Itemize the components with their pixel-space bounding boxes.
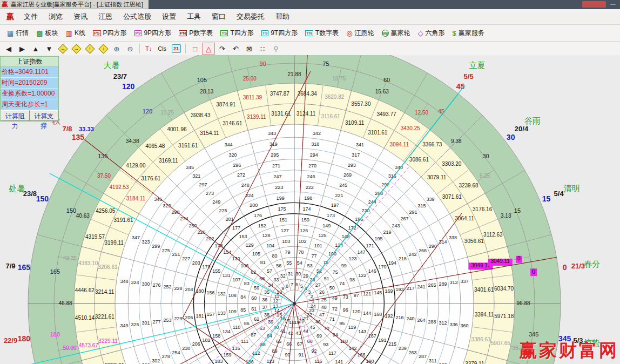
svg-text:288: 288 (428, 319, 436, 325)
toolbar-item-9t-square[interactable]: T99T四方形 (258, 26, 301, 40)
toolbar-item-p-table[interactable]: PNP数字表 (175, 26, 217, 40)
toolbar-item-label: 9T四方形 (271, 29, 298, 38)
svg-text:150: 150 (301, 217, 309, 223)
svg-text:276: 276 (152, 282, 160, 288)
menu-item-trade[interactable]: 交易委托 (231, 12, 270, 22)
svg-text:38: 38 (264, 312, 269, 318)
svg-text:37.50: 37.50 (97, 173, 111, 179)
toolbar-item-sectors[interactable]: ▩板块 (32, 26, 62, 40)
rotate-cw-button[interactable]: ↷ (215, 43, 228, 55)
svg-text:60: 60 (251, 295, 257, 301)
svg-text:171: 171 (366, 243, 374, 248)
menu-item-help[interactable]: 帮助 (270, 12, 295, 22)
title-bar: 赢 赢家江恩专业版[赢家服务平台] - [上证指数 江恩轮] — (0, 0, 620, 9)
shrink-button[interactable]: ∷ (256, 43, 269, 55)
page-down-button[interactable]: ▼ (43, 43, 56, 55)
svg-text:180: 180 (196, 288, 204, 294)
menu-item-formula-stock-pick[interactable]: 公式选股 (118, 12, 157, 22)
toolbar-item-label: 行情 (16, 29, 29, 38)
svg-text:77: 77 (312, 253, 317, 259)
triangle-tool-button[interactable]: △ (202, 43, 215, 55)
toolbar-item-p-square[interactable]: PSP四方形 (89, 26, 131, 40)
svg-text:275: 275 (162, 248, 170, 253)
svg-text:269: 269 (343, 172, 352, 178)
scroll-left-button[interactable]: ◀ (2, 43, 15, 55)
menu-item-window[interactable]: 窗口 (206, 12, 231, 22)
svg-text:158: 158 (212, 333, 220, 339)
menu-item-settings[interactable]: 设置 (157, 12, 181, 22)
t-arrows-icon: T↓ (145, 45, 152, 52)
menu-item-news[interactable]: 资讯 (68, 12, 93, 22)
svg-text:62: 62 (254, 316, 259, 322)
toolbar-item-9p-square[interactable]: P99P四方形 (131, 26, 175, 40)
svg-text:2: 2 (311, 294, 313, 299)
toolbar-item-winner-service[interactable]: $赢家服务 (449, 26, 488, 40)
shrink-icon: ∷ (260, 45, 265, 53)
menu-item-browse[interactable]: 浏览 (43, 12, 68, 22)
wheel-icon: ◎ (346, 30, 352, 37)
svg-text:219: 219 (383, 230, 391, 235)
square-tool-button[interactable]: □ (188, 43, 201, 55)
svg-text:345: 345 (529, 331, 538, 338)
calc-resistance-button[interactable]: 计算阻力 (1, 110, 30, 121)
svg-text:4256.05: 4256.05 (96, 208, 116, 214)
svg-text:3938.43: 3938.43 (191, 112, 211, 118)
toolbar-item-kline[interactable]: ▥K线 (62, 26, 89, 40)
svg-text:5/5: 5/5 (464, 72, 474, 80)
svg-text:120: 120 (352, 309, 360, 314)
svg-text:296: 296 (233, 163, 241, 168)
title-bar-left: 赢 赢家江恩专业版[赢家服务平台] - [上证指数 江恩轮] (0, 0, 149, 9)
svg-text:338: 338 (449, 235, 457, 240)
svg-text:69: 69 (316, 333, 322, 339)
svg-text:222: 222 (306, 185, 314, 190)
page-up-button[interactable]: ▲ (29, 43, 42, 55)
menu-item-gann[interactable]: 江恩 (93, 12, 118, 22)
gann-wheel-canvas[interactable]: 1234567891011121314151617181920212223242… (0, 55, 620, 364)
step-down-button[interactable]: ↓ (97, 43, 110, 55)
svg-text:263: 263 (408, 350, 416, 355)
expand-button[interactable]: ⊠ (242, 43, 255, 55)
svg-text:36: 36 (262, 297, 267, 302)
menu-item-file[interactable]: 文件 (18, 12, 43, 22)
minimize-icon[interactable]: — (610, 2, 616, 7)
svg-text:3056.61: 3056.61 (464, 238, 484, 244)
cls-button[interactable]: Cls (155, 43, 169, 55)
toolbar-item-t-square[interactable]: TST四方形 (217, 26, 258, 40)
step-up-button[interactable]: ↑ (83, 43, 96, 55)
close-button[interactable] (582, 1, 606, 8)
svg-text:315: 315 (418, 203, 426, 208)
toolbar-item-label: 六角形 (426, 29, 445, 38)
svg-text:5907.65: 5907.65 (491, 340, 511, 346)
candlestick-icon: ▥ (66, 30, 72, 37)
toolbar-item-quotes[interactable]: ▦行情 (3, 26, 32, 40)
calendar-button[interactable]: 21 (170, 43, 183, 55)
scroll-right-button[interactable]: ▶ (16, 43, 29, 55)
pin-button[interactable]: ⚲ (269, 43, 282, 55)
toolbar-item-hexagon[interactable]: ◇六角形 (414, 26, 449, 40)
toolbar-item-gann-wheel[interactable]: ◎江恩轮 (342, 26, 378, 40)
toolbar-item-t-table[interactable]: TNT数字表 (301, 26, 342, 40)
svg-text:180: 180 (50, 331, 60, 338)
svg-text:3620.82: 3620.82 (325, 94, 345, 100)
right-triangle-icon: ▶ (19, 45, 25, 53)
svg-text:100: 100 (328, 251, 336, 257)
svg-text:128: 128 (262, 233, 270, 238)
tool-toolbar: ◀▶▲▼←→↑↓⊕⊖T↓Cls21□△↷↶⊠∷⚲ (0, 42, 620, 56)
svg-text:152: 152 (258, 223, 266, 228)
rotate-ccw-button[interactable]: ↶ (229, 43, 242, 55)
svg-text:134: 134 (223, 329, 231, 334)
time-axis-button[interactable]: T↓ (143, 43, 154, 55)
svg-text:159: 159 (224, 352, 232, 358)
step-right-button[interactable]: → (70, 43, 83, 55)
zoom-out-button[interactable]: ⊖ (124, 43, 137, 55)
svg-text:342: 342 (313, 131, 321, 136)
menu-item-tools[interactable]: 工具 (181, 12, 206, 22)
step-left-button[interactable]: ← (56, 43, 69, 55)
svg-text:289: 289 (439, 281, 447, 287)
svg-text:3493.77: 3493.77 (376, 111, 396, 117)
toolbar-item-winner-wheel[interactable]: Big赢家轮 (378, 26, 414, 40)
zoom-in-button[interactable]: ⊕ (110, 43, 123, 55)
calc-support-button[interactable]: 计算支撑 (30, 110, 59, 121)
svg-text:3394.11: 3394.11 (475, 312, 494, 318)
svg-text:28.13: 28.13 (200, 89, 213, 95)
